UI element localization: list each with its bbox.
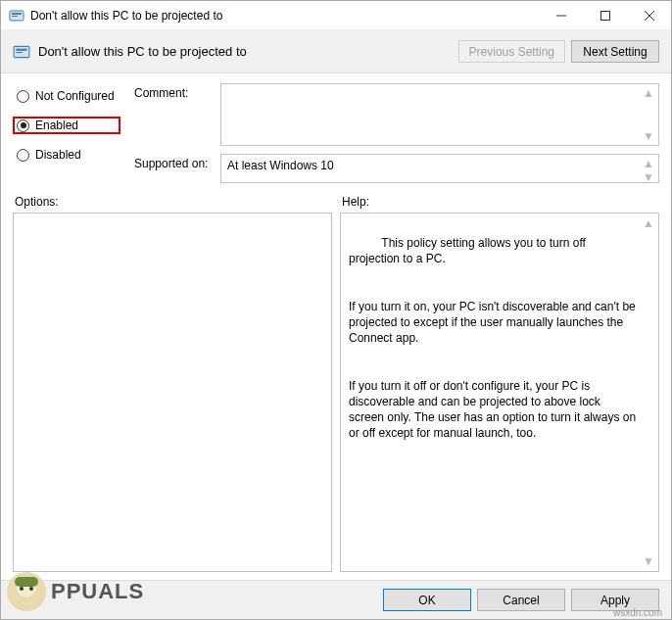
radio-icon xyxy=(17,119,29,132)
help-panel: This policy setting allows you to turn o… xyxy=(340,213,659,572)
close-button[interactable] xyxy=(627,1,671,29)
apply-button[interactable]: Apply xyxy=(571,589,659,611)
radio-label: Enabled xyxy=(35,119,78,132)
options-panel xyxy=(13,213,332,572)
supported-on-field: At least Windows 10 ▲▼ xyxy=(220,154,659,183)
window-title: Don't allow this PC to be projected to xyxy=(30,9,539,23)
svg-rect-9 xyxy=(16,52,23,53)
policy-icon xyxy=(13,43,30,61)
help-text: This policy setting allows you to turn o… xyxy=(349,236,639,440)
state-radio-group: Not Configured Enabled Disabled xyxy=(13,83,120,183)
titlebar: Don't allow this PC to be projected to xyxy=(1,1,671,30)
help-label: Help: xyxy=(340,191,659,213)
policy-icon xyxy=(9,8,24,24)
radio-not-configured[interactable]: Not Configured xyxy=(13,87,120,105)
radio-disabled[interactable]: Disabled xyxy=(13,146,120,164)
supported-on-label: Supported on: xyxy=(134,154,213,170)
chevron-down-icon: ▼ xyxy=(643,553,656,569)
chevron-up-icon: ▲ xyxy=(643,157,656,170)
supported-on-value: At least Windows 10 xyxy=(227,159,334,172)
radio-enabled[interactable]: Enabled xyxy=(13,117,120,134)
minimize-button[interactable] xyxy=(539,1,583,29)
comment-input[interactable]: ▲▼ xyxy=(220,83,659,146)
window-controls xyxy=(539,1,671,29)
chevron-up-icon: ▲ xyxy=(643,86,656,100)
chevron-down-icon: ▼ xyxy=(643,170,656,184)
comment-label: Comment: xyxy=(134,83,213,100)
svg-rect-1 xyxy=(12,13,22,15)
radio-label: Not Configured xyxy=(35,89,115,103)
radio-icon xyxy=(17,149,29,162)
header-bar: Don't allow this PC to be projected to P… xyxy=(1,30,671,73)
radio-icon xyxy=(17,90,29,103)
options-label: Options: xyxy=(13,191,332,213)
maximize-button[interactable] xyxy=(583,1,627,29)
policy-editor-window: Don't allow this PC to be projected to D… xyxy=(0,0,672,620)
radio-label: Disabled xyxy=(35,148,81,162)
chevron-up-icon: ▲ xyxy=(643,215,656,231)
ok-button[interactable]: OK xyxy=(383,589,471,611)
cancel-button[interactable]: Cancel xyxy=(477,589,565,611)
svg-rect-8 xyxy=(16,48,26,50)
next-setting-button[interactable]: Next Setting xyxy=(571,40,659,63)
body: Not Configured Enabled Disabled Comment:… xyxy=(1,73,671,580)
footer: OK Cancel Apply xyxy=(1,580,671,619)
chevron-down-icon: ▼ xyxy=(643,129,656,143)
previous-setting-button[interactable]: Previous Setting xyxy=(458,40,565,63)
header-title: Don't allow this PC to be projected to xyxy=(38,44,458,59)
svg-rect-2 xyxy=(12,16,18,17)
svg-rect-4 xyxy=(600,11,609,20)
